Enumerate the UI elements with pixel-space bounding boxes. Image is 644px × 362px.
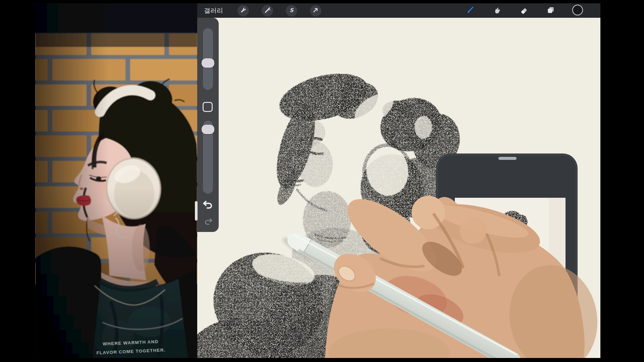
gallery-button[interactable]: 갤러리: [204, 6, 223, 15]
wrench-icon: [240, 7, 247, 15]
selection-button[interactable]: S: [286, 5, 297, 16]
reference-photo-illustration: [35, 3, 197, 358]
transform-button[interactable]: [310, 5, 321, 16]
undo-arrow-icon: [202, 200, 214, 212]
modify-button[interactable]: [203, 102, 213, 112]
smudge-finger-icon: [493, 6, 501, 16]
actions-button[interactable]: [237, 5, 249, 16]
svg-text:S: S: [289, 7, 294, 13]
undo-button[interactable]: [202, 200, 214, 210]
brush-size-handle[interactable]: [202, 58, 214, 68]
paintbrush-icon: [466, 6, 475, 16]
video-frame: WHERE WARMTH AND FLAVOR COME TOGETHER.: [0, 0, 644, 362]
color-swatch: [572, 4, 583, 17]
toolbar-left-group: 갤러리 S: [197, 5, 328, 16]
layers-button[interactable]: [545, 5, 556, 16]
redo-arrow-icon: [203, 218, 213, 228]
eraser-icon: [520, 6, 528, 16]
transform-arrow-icon: [312, 7, 319, 15]
canvas-scene: [197, 18, 600, 358]
layers-icon: [546, 6, 555, 16]
adjustments-button[interactable]: [262, 5, 273, 16]
smudge-tool-button[interactable]: [491, 5, 503, 16]
brush-sidebar: [197, 18, 219, 232]
magic-wand-icon: [264, 7, 271, 15]
opacity-handle[interactable]: [202, 125, 214, 134]
redo-button[interactable]: [203, 218, 213, 226]
phone-speaker: [498, 157, 517, 160]
toolbar-right-group: [457, 5, 600, 16]
drawing-canvas[interactable]: [197, 18, 600, 358]
erase-tool-button[interactable]: [518, 5, 530, 16]
selection-s-icon: S: [288, 7, 295, 15]
color-swatch-button[interactable]: [572, 5, 583, 16]
brush-tool-button[interactable]: [465, 5, 476, 16]
panel-divider-handle[interactable]: [195, 201, 198, 221]
top-toolbar: 갤러리 S: [197, 3, 600, 18]
reference-photo-panel: WHERE WARMTH AND FLAVOR COME TOGETHER.: [35, 3, 197, 358]
